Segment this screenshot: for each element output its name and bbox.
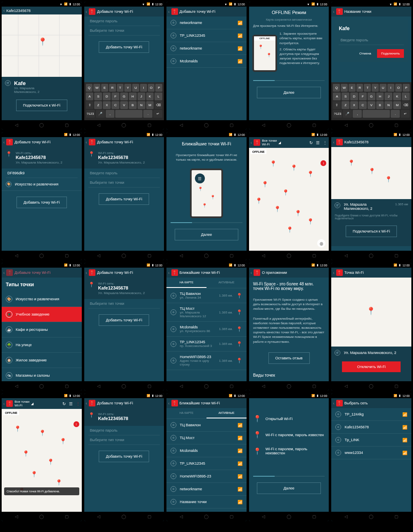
review-button[interactable]: Оставить отзыв <box>268 352 310 364</box>
title: OFFLINE Режим <box>249 7 329 18</box>
network-info: 📍Wi-Fi сеть:Kafe12345678Ул. Маршала Мали… <box>2 147 82 169</box>
type-select[interactable]: Выберите тип точки <box>88 435 160 445</box>
back-nav[interactable]: ◁ <box>15 123 18 127</box>
screen-connect-dialog: ▼📶▮12:00 ‹📍Название точки Kafe Введите п… <box>331 2 411 130</box>
add-button[interactable]: Добавить точку Wi-Fi <box>17 197 67 208</box>
phone-mockup: ☰📍📍📍 <box>190 169 223 218</box>
marker-green-icon: 📍 <box>253 415 261 423</box>
list-icon[interactable]: ☰ <box>316 140 320 145</box>
marker-yellow-icon: 📍 <box>253 431 261 439</box>
tabs: НА КАРТЕАКТИВНЫЕ <box>166 278 247 288</box>
screen-network-list: ▼📶▮12:00 ‹📍Добавьте точку Wi-Fi ⊚network… <box>166 2 247 130</box>
toast: Спасибо! Новая точка Wi-Fi добавлена. <box>4 487 79 495</box>
password-input[interactable]: Введите пароль <box>88 169 160 178</box>
disconnect-button[interactable]: Отключить Wi-Fi <box>342 361 401 372</box>
locate-button[interactable]: ◎ <box>317 239 325 247</box>
art-icon: 🎨 <box>6 181 12 187</box>
back-icon[interactable]: ‹ <box>3 8 5 13</box>
tab-map[interactable]: НА КАРТЕ <box>166 408 206 418</box>
hint-text: Подойдите ближе к точке доступа Wi-Fi, ч… <box>335 214 408 220</box>
add-button[interactable]: Добавить точку Wi-Fi <box>99 41 149 53</box>
screen-select-network: 📶▮12:00 ‹📍Выбрать сеть ⊚TP_1244kg📶 ⊚Kafe… <box>331 393 411 521</box>
screen-nearby-tutorial: 📶▮12:00 Ближайшие точки Wi-Fi Просмотрит… <box>166 132 247 260</box>
code-input[interactable]: DF896dk9 <box>6 169 78 178</box>
password-input[interactable]: Введите пароль <box>88 426 160 435</box>
type-select[interactable]: Выберите тип точки <box>88 299 160 309</box>
type-select[interactable]: Выберите тип точки <box>88 178 160 188</box>
map[interactable]: OFFLINE 📍 📍 📍 📍 📍 📍 📍 📍 <box>2 409 82 512</box>
screen-disconnect: 📶▮12:00 ‹📍Точка Wi-Fi 📍 🛒Ул. Маршала Мал… <box>331 263 411 391</box>
screen-about: 📶▮12:00 ‹📍О приложении Wi-Fi Space - это… <box>249 263 329 391</box>
next-button[interactable]: Далее <box>175 229 239 240</box>
tab-active[interactable]: АКТИВНЫЕ <box>206 408 247 418</box>
next-button[interactable]: Далее <box>257 482 321 494</box>
next-button[interactable]: Далее <box>257 87 321 98</box>
map[interactable]: 📍 📍 📍 <box>331 147 411 199</box>
heading: Wi-Fi Space - это более 48 млн. точек Wi… <box>249 278 329 295</box>
add-button[interactable]: Добавить точку Wi-Fi <box>99 451 149 462</box>
detail-card: 🛒 Ул. Маршала Малиновского, 2 1.365 км П… <box>331 199 411 246</box>
logo-icon: 📍 <box>89 8 95 15</box>
screen-type-picker: 📶▮12:00 ‹📍Добавьте точку Wi-Fi Типы точк… <box>2 263 82 391</box>
type-option-selected[interactable]: 🎓Учебное заведение <box>2 307 82 322</box>
cart-icon: 🛒 <box>5 80 11 86</box>
add-button[interactable]: Добавить точку Wi-Fi <box>99 193 149 205</box>
phone-mockup: OFFLINE📍📍 <box>252 35 277 72</box>
menu-icon[interactable]: ⋮ <box>323 140 327 145</box>
screen-offline-tutorial: ▼📶▮12:00 OFFLINE Режим Карта сохраняется… <box>249 2 329 130</box>
screen-nearby-list: 📶▮12:00 ‹📍Ближайшие точки Wi-Fi НА КАРТЕ… <box>166 263 247 391</box>
legend-known: 📍Wi-Fi с паролем, пароль известен <box>249 427 329 443</box>
place-card: 🛒 KafeУл. Маршала Малиновского, 2 Подклю… <box>2 77 82 120</box>
refresh-icon[interactable]: ↻ <box>309 140 313 145</box>
signal-icon: 📶 <box>237 21 242 25</box>
heading: Типы точки <box>2 278 82 292</box>
nav-bar: ◁◯▢ <box>2 120 82 130</box>
wifi-icon: ⊚ <box>171 20 176 26</box>
legend-unknown: 📍Wi-Fi с паролем, пароль неизвестен <box>249 443 329 459</box>
place-name: Kafe <box>14 80 40 86</box>
recent-nav[interactable]: ▢ <box>65 123 69 127</box>
screen-active-list: 📶▮12:00 ‹📍Ближайшие точки Wi-Fi НА КАРТЕ… <box>166 393 247 521</box>
offline-badge: OFFLINE <box>251 150 266 154</box>
tab-active[interactable]: АКТИВНЫЕ <box>206 278 247 288</box>
type-option[interactable]: 🎨Искусство и развлечения <box>2 292 82 307</box>
cart-icon: 🛒 <box>335 202 340 208</box>
screen-add-empty: 📶▮12:00 ‹📍Добавьте точку Wi-Fi 📍Wi-Fi се… <box>84 132 164 260</box>
cancel-button[interactable]: Отмена <box>355 49 375 58</box>
screen-kafe-map: ▼📶▮12:00 ‹Kafe12345678 📍 🛒 KafeУл. Марша… <box>2 2 82 130</box>
add-button[interactable]: Добавить точку Wi-Fi <box>99 314 149 326</box>
marker-red-icon: 📍 <box>253 447 261 455</box>
title: Добавьте точку Wi-Fi <box>97 10 133 14</box>
tab-map[interactable]: НА КАРТЕ <box>166 278 206 288</box>
screen-all-points-map: 📶▮12:00 ‹📍Все точки Wi-Fi◢↻☰⋮ OFFLINE 📍 … <box>249 132 329 260</box>
network-item[interactable]: ⊚networkname📶 <box>166 17 247 29</box>
screen-add-point-kb: ▼📶▮12:00 ‹📍Добавьте точку Wi-Fi Введите … <box>84 2 164 130</box>
password-input[interactable]: Введите пароль <box>88 17 160 26</box>
connect-button[interactable]: Подключиться к Wi-Fi <box>16 100 67 111</box>
connect-dialog: Kafe Введите пароль ОтменаПодключить <box>335 20 408 62</box>
keyboard[interactable]: QWERTYUIOP ASDFGHJKL ⇧ZXCVBNM⌫ ?123🎤,.↵ <box>84 82 164 120</box>
nearby-item[interactable]: ⊚ТЦ Вавилонул. Ленина 341.365 км.📍 <box>166 288 247 303</box>
keyboard[interactable]: QWERTYUIOP ASDFGHJKL ⇧ZXCVBNM⌫ ?123🎤,.↵ <box>331 82 411 120</box>
connect-button[interactable]: Подключить <box>377 49 404 58</box>
place-addr: Ул. Маршала Малиновского, 2 <box>14 86 40 94</box>
screen-map-toast: 📶▮12:00 ‹📍Все точки Wi-Fi◢↻☰⋮ OFFLINE 📍 … <box>2 393 82 521</box>
distance: 1.365 км <box>395 202 408 206</box>
alert-badge[interactable]: ! <box>74 421 79 427</box>
progress <box>253 80 325 81</box>
password-input[interactable]: Введите пароль <box>339 36 404 45</box>
type-input[interactable]: 🎨Искусство и развлечения <box>2 178 82 191</box>
back-icon[interactable]: ‹ <box>86 10 87 14</box>
screen-legend: 📶▮12:00 📍Открытый Wi-Fi 📍Wi-Fi с паролем… <box>249 393 329 521</box>
screen-add-noaddr: 📶▮12:00 ‹📍Добавьте точку Wi-Fi 📍Wi-Fi се… <box>84 393 164 521</box>
type-select[interactable]: Выберите тип точки <box>88 26 160 36</box>
map[interactable]: OFFLINE 📍 📍 📍 📍 📍 📍 📍 📍 📍 📍 ◎ <box>249 148 329 251</box>
home-nav[interactable]: ◯ <box>39 123 44 127</box>
network-item[interactable]: ⊚TP_1244kg📶 <box>331 408 411 421</box>
wifi-icon: 📶 <box>64 2 68 6</box>
screen-add-filled: 📶▮12:00 ‹📍Добавьте точку Wi-Fi 📍Wi-Fi се… <box>2 132 82 260</box>
connect-button[interactable]: Подключиться к Wi-Fi <box>346 226 397 237</box>
screen-add-nopass: 📶▮12:00 ‹📍Добавьте точку Wi-Fi 📍Wi-Fi се… <box>84 263 164 391</box>
marker-green[interactable]: 📍 <box>38 37 47 46</box>
pin-icon: 📍 <box>6 151 12 158</box>
